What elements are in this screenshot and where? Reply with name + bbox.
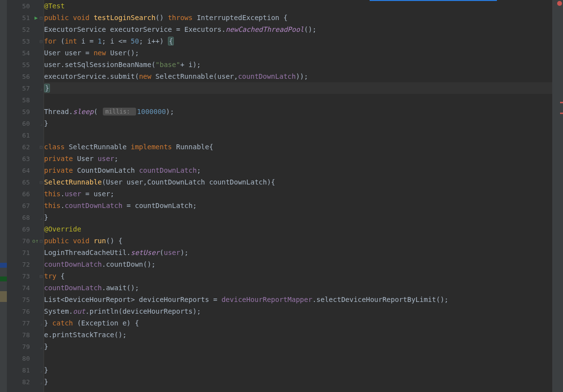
change-marker[interactable] — [0, 291, 7, 302]
fold-collapse-icon[interactable]: ⊟ — [40, 180, 43, 185]
override-method-icon[interactable]: o↑ — [32, 238, 39, 244]
breadcrumbs[interactable]: MyyaShredingApplicationTests > testLogin… — [44, 385, 552, 392]
gutter-line[interactable]: 80 — [7, 352, 44, 364]
code-line[interactable] — [44, 352, 552, 364]
code-line[interactable]: e.printStackTrace(); — [44, 329, 552, 341]
code-token: @Test — [44, 2, 65, 10]
gutter-line[interactable]: 67 — [7, 200, 44, 211]
code-line[interactable] — [44, 129, 552, 141]
code-line[interactable]: } — [44, 117, 552, 129]
gutter-line[interactable]: 57⌟ — [7, 82, 44, 94]
code-line[interactable]: SelectRunnable(User user,CountDownLatch … — [44, 176, 552, 188]
gutter-line[interactable]: 75 — [7, 294, 44, 305]
fold-collapse-icon[interactable]: ⊟ — [40, 15, 43, 21]
error-stripe-marker[interactable] — [560, 102, 563, 103]
gutter-line[interactable]: 70o↑⊟ — [7, 235, 44, 247]
code-line[interactable]: countDownLatch.await(); — [44, 282, 552, 294]
gutter-line[interactable]: 56 — [7, 70, 44, 82]
fold-end-icon[interactable]: ⌟ — [40, 121, 43, 126]
gutter-line[interactable]: 61 — [7, 129, 44, 141]
code-token: try — [44, 272, 61, 280]
code-line[interactable]: User user = new User(); — [44, 47, 552, 59]
code-line[interactable]: } — [44, 82, 552, 94]
gutter-line[interactable]: 53⊟ — [7, 35, 44, 47]
code-line[interactable]: ExecutorService executorService = Execut… — [44, 23, 552, 35]
fold-end-icon[interactable]: ⌟ — [40, 86, 43, 91]
code-token: } — [44, 378, 48, 386]
gutter-line[interactable]: 52 — [7, 23, 44, 35]
code-line[interactable]: executorService.submit(new SelectRunnabl… — [44, 70, 552, 82]
code-line[interactable]: public void testLoginSearch() throws Int… — [44, 12, 552, 23]
code-token: "base" — [156, 61, 181, 69]
code-line[interactable]: Thread.sleep( millis: 1000000); — [44, 106, 552, 117]
gutter-line[interactable]: 65⊟ — [7, 176, 44, 188]
gutter-line[interactable]: 69 — [7, 223, 44, 235]
code-token: newCachedThreadPool — [226, 25, 304, 33]
code-line[interactable]: } catch (Exception e) { — [44, 317, 552, 329]
code-line[interactable]: user.setSqlSessionBeanName("base"+ i); — [44, 59, 552, 70]
run-test-icon[interactable]: ▶ — [34, 15, 38, 21]
code-token: (); — [304, 25, 316, 33]
bookmark-marker[interactable] — [0, 263, 7, 268]
gutter-line[interactable]: 62⊟ — [7, 141, 44, 153]
gutter-line[interactable]: 58 — [7, 94, 44, 106]
gutter-line[interactable]: 71 — [7, 247, 44, 258]
fold-end-icon[interactable]: ⌟ — [40, 368, 43, 373]
code-line[interactable]: } — [44, 211, 552, 223]
editor-gutter[interactable]: 5051▶⊟5253⊟54555657⌟585960⌟6162⊟636465⊟6… — [7, 0, 44, 392]
analysis-status-icon[interactable] — [557, 1, 562, 6]
gutter-line[interactable]: 60⌟ — [7, 117, 44, 129]
gutter-line[interactable]: 74 — [7, 282, 44, 294]
code-line[interactable]: System.out.println(deviceHourReports); — [44, 305, 552, 317]
gutter-line[interactable]: 66 — [7, 188, 44, 200]
code-line[interactable]: for (int i = 1; i <= 50; i++) { — [44, 35, 552, 47]
gutter-line[interactable]: 72 — [7, 258, 44, 270]
fold-end-icon[interactable]: ⌟ — [40, 344, 43, 349]
gutter-line[interactable]: 54 — [7, 47, 44, 59]
fold-end-icon[interactable]: ⌟ — [40, 215, 43, 220]
fold-end-icon[interactable]: ⌟ — [40, 321, 43, 326]
code-line[interactable]: countDownLatch.countDown(); — [44, 258, 552, 270]
code-editor[interactable]: @Test public void testLoginSearch() thro… — [44, 0, 552, 392]
vcs-marker[interactable] — [0, 277, 7, 281]
fold-collapse-icon[interactable]: ⊟ — [40, 274, 43, 279]
scrollbar[interactable] — [552, 0, 556, 392]
gutter-line[interactable]: 68⌟ — [7, 211, 44, 223]
code-line[interactable]: private CountDownLatch countDownLatch; — [44, 164, 552, 176]
fold-collapse-icon[interactable]: ⊟ — [40, 144, 43, 150]
fold-end-icon[interactable]: ⌟ — [40, 379, 43, 385]
gutter-line[interactable]: 73⊟ — [7, 270, 44, 282]
code-line[interactable]: this.countDownLatch = countDownLatch; — [44, 200, 552, 211]
gutter-line[interactable]: 78 — [7, 329, 44, 341]
code-line[interactable] — [44, 94, 552, 106]
code-token: } — [44, 319, 52, 327]
gutter-line[interactable]: 50 — [7, 0, 44, 12]
code-line[interactable]: @Test — [44, 0, 552, 12]
code-token: Runnable{ — [176, 143, 213, 151]
code-line[interactable]: class SelectRunnable implements Runnable… — [44, 141, 552, 153]
gutter-line[interactable]: 82⌟ — [7, 376, 44, 388]
code-line[interactable]: try { — [44, 270, 552, 282]
gutter-line[interactable]: 51▶⊟ — [7, 12, 44, 23]
right-error-stripe[interactable] — [552, 0, 563, 392]
code-line[interactable]: @Override — [44, 223, 552, 235]
code-token: 1 — [98, 37, 102, 45]
code-line[interactable]: public void run() { — [44, 235, 552, 247]
gutter-line[interactable]: 79⌟ — [7, 341, 44, 352]
gutter-line[interactable]: 55 — [7, 59, 44, 70]
gutter-line[interactable]: 77⌟ — [7, 317, 44, 329]
code-line[interactable]: } — [44, 364, 552, 376]
code-line[interactable]: private User user; — [44, 153, 552, 164]
fold-collapse-icon[interactable]: ⊟ — [40, 238, 43, 244]
code-line[interactable]: LoginThreadCacheUtil.setUser(user); — [44, 247, 552, 258]
fold-collapse-icon[interactable]: ⊟ — [40, 39, 43, 44]
gutter-line[interactable]: 64 — [7, 164, 44, 176]
gutter-line[interactable]: 81⌟ — [7, 364, 44, 376]
code-line[interactable]: this.user = user; — [44, 188, 552, 200]
gutter-line[interactable]: 59 — [7, 106, 44, 117]
gutter-line[interactable]: 63 — [7, 153, 44, 164]
code-line[interactable]: } — [44, 341, 552, 352]
gutter-line[interactable]: 76 — [7, 305, 44, 317]
code-line[interactable]: List<DeviceHourReport> deviceHourReports… — [44, 294, 552, 305]
error-stripe-marker[interactable] — [560, 113, 563, 114]
